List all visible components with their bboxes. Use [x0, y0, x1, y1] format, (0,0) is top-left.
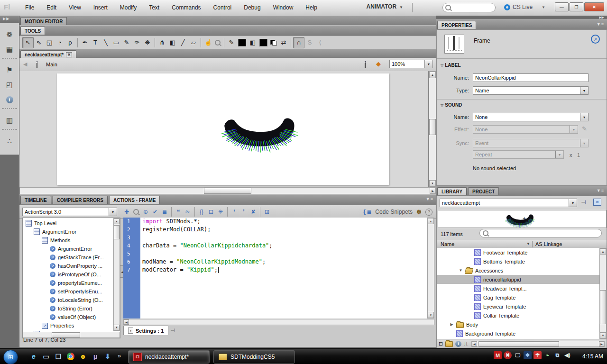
debug-options-button[interactable]: ✁ — [183, 207, 193, 217]
actionscript-version-select[interactable]: ActionScript 3.0▼ — [22, 208, 117, 216]
scroll-down-arrow[interactable]: ▼ — [600, 332, 606, 338]
new-folder-button[interactable] — [445, 341, 453, 347]
tree-item-hasownproperty-[interactable]: ↗hasOwnProperty ... — [23, 262, 120, 270]
collapse-between-braces-button[interactable]: {} — [197, 207, 206, 217]
info-panel-icon[interactable]: i — [6, 96, 13, 103]
power-plug-icon[interactable]: ⌁ — [543, 351, 552, 359]
menu-text[interactable]: Text — [143, 0, 166, 15]
tab-script-settings[interactable]: ● Settings : 1 — [123, 326, 168, 335]
stage-horizontal-scrollbar[interactable]: ▶ — [19, 187, 436, 194]
show-hide-toolbox-button[interactable]: ⊞ — [262, 207, 272, 217]
library-item-bottoms-template[interactable]: Bottoms Template — [437, 257, 607, 266]
stroke-color-pencil[interactable]: ✎ — [226, 37, 237, 48]
menu-file[interactable]: File — [19, 0, 40, 15]
menu-control[interactable]: Control — [207, 0, 238, 15]
tab-document[interactable]: necklaceattempt* ✕ — [20, 50, 76, 58]
close-icon[interactable]: ✕ — [66, 52, 72, 57]
show-desktop-icon[interactable]: ▭ — [41, 351, 51, 362]
remove-comment-button[interactable]: ✘ — [248, 207, 258, 217]
bone-tool[interactable]: ⋔ — [157, 37, 167, 48]
spray-brush-tool[interactable]: ❋ — [142, 37, 153, 48]
panel-menu-icon[interactable]: ▼≡ — [597, 22, 604, 27]
library-item-eyewear-template[interactable]: Eyewear Template — [437, 302, 607, 311]
close-button[interactable]: ✕ — [584, 2, 604, 11]
scroll-right-arrow[interactable]: ▶ — [430, 188, 436, 194]
scroll-thumb[interactable] — [478, 341, 559, 346]
library-item-neoncollarkippid[interactable]: neoncollarkippid — [437, 275, 607, 284]
tab-actions-frame[interactable]: ACTIONS - FRAME — [109, 196, 160, 204]
workspace-switcher-button[interactable]: ANIMATOR▼ — [367, 3, 403, 10]
tree-item-tolocalestring-o-[interactable]: ↗toLocaleString (O... — [23, 296, 120, 304]
download-icon[interactable]: ⬇ — [102, 351, 113, 362]
app-search-input[interactable] — [442, 3, 496, 12]
help-icon[interactable]: ? — [425, 209, 432, 216]
edit-symbols-icon[interactable]: ◆ — [376, 60, 381, 67]
internet-explorer-icon[interactable]: e — [28, 351, 39, 362]
brush-tool[interactable]: ✑ — [132, 37, 142, 48]
info-panel-icon[interactable]: i — [3, 93, 16, 106]
expand-all-button[interactable]: ✳ — [216, 207, 225, 217]
code-snippets-button[interactable]: Code Snippets — [375, 209, 413, 215]
repeat-count-hot-text[interactable]: 1 — [577, 152, 580, 158]
subselection-tool[interactable]: ⇖ — [34, 37, 44, 48]
menu-help[interactable]: Help — [299, 0, 323, 15]
chrome-icon[interactable] — [65, 351, 76, 362]
apply-line-comment-button[interactable]: ❜ — [239, 207, 248, 217]
free-transform-tool[interactable]: ◱ — [44, 37, 55, 48]
magic-wand-icon[interactable]: ✽ — [416, 209, 422, 216]
3d-rotation-tool[interactable]: ◔ — [55, 37, 65, 48]
scroll-up-arrow[interactable]: ▲ — [429, 72, 436, 78]
stage[interactable] — [57, 73, 389, 185]
library-item-list[interactable]: Footwear TemplateBottoms Template▼Access… — [437, 248, 607, 339]
library-item-footwear-template[interactable]: Footwear Template — [437, 248, 607, 257]
chrome-icon[interactable] — [67, 353, 74, 360]
panel-menu-icon[interactable]: ▼≡ — [597, 188, 604, 193]
tree-item-top-level[interactable]: Top Level — [23, 219, 120, 228]
color-panel-icon[interactable]: ❁ — [3, 28, 16, 41]
collapse-selection-button[interactable]: ⊟ — [206, 207, 216, 217]
tree-item-properties[interactable]: ↗Properties — [23, 321, 120, 330]
library-item-background-template[interactable]: Background Template — [437, 329, 607, 338]
menu-insert[interactable]: Insert — [87, 0, 114, 15]
column-as-linkage[interactable]: AS Linkage — [533, 241, 607, 247]
zoom-tool[interactable] — [215, 40, 221, 46]
straighten-button[interactable]: ⟨ — [315, 37, 325, 48]
tree-item-propertyisenume-[interactable]: ↗propertyIsEnume... — [23, 279, 120, 287]
script-pane[interactable]: 1234567 import SDTMods.*;registerMod(COL… — [123, 218, 427, 318]
tree-item-isprototypeof-o-[interactable]: ↗isPrototypeOf (O... — [23, 270, 120, 279]
help-arrow-icon[interactable]: ↗ — [591, 35, 600, 44]
text-tool[interactable]: T — [90, 37, 101, 48]
start-button[interactable]: ⊞ — [3, 350, 18, 364]
find-button[interactable] — [133, 209, 139, 215]
aim-icon[interactable]: ☻ — [78, 351, 88, 362]
collapse-panels-chevron-icon[interactable]: ▶▶ — [599, 16, 604, 19]
network-places-icon[interactable]: ❖ — [524, 351, 532, 359]
paint-bucket-tool[interactable]: ◧ — [167, 37, 178, 48]
volume-icon[interactable]: ◀) — [563, 351, 571, 359]
black-white-button[interactable] — [270, 40, 277, 46]
check-syntax-button[interactable]: ✔ — [150, 207, 160, 217]
tab-tools[interactable]: TOOLS — [20, 27, 45, 35]
sound-section-header[interactable]: ▽ SOUND — [441, 102, 462, 108]
taskbar-clock[interactable]: 4:15 AM — [582, 353, 603, 360]
new-library-panel-icon[interactable]: ➦ — [593, 199, 601, 206]
tab-timeline[interactable]: TIMELINE — [20, 196, 51, 204]
fill-color-swatch[interactable] — [259, 39, 267, 46]
utorrent-icon[interactable]: µ — [90, 351, 101, 362]
add-script-button[interactable]: ✚ — [122, 207, 131, 217]
menu-window[interactable]: Window — [267, 0, 300, 15]
tree-item-argumenterror[interactable]: ↗ArgumentError — [23, 245, 120, 253]
menu-view[interactable]: View — [63, 0, 87, 15]
auto-format-button[interactable]: ≣ — [160, 207, 169, 217]
history-panel-icon[interactable]: ∴ — [3, 135, 16, 147]
tree-item-argumenterror[interactable]: ArgumentError — [23, 228, 120, 236]
pin-script-icon[interactable]: ⊣ — [170, 328, 175, 334]
scroll-up-arrow[interactable]: ▲ — [428, 218, 434, 224]
eyedropper-tool[interactable]: ╱ — [178, 37, 188, 48]
insert-target-path-button[interactable]: ⊕ — [141, 207, 150, 217]
tree-item-tostring-error-[interactable]: ↗toString (Error) — [23, 304, 120, 313]
fill-color-bucket[interactable]: ◧ — [248, 37, 258, 48]
pencil-tool[interactable]: ✎ — [121, 37, 132, 48]
expand-triangle-icon[interactable]: ▶ — [450, 322, 454, 327]
library-document-select[interactable]: necklaceattempt▼ — [440, 199, 577, 207]
